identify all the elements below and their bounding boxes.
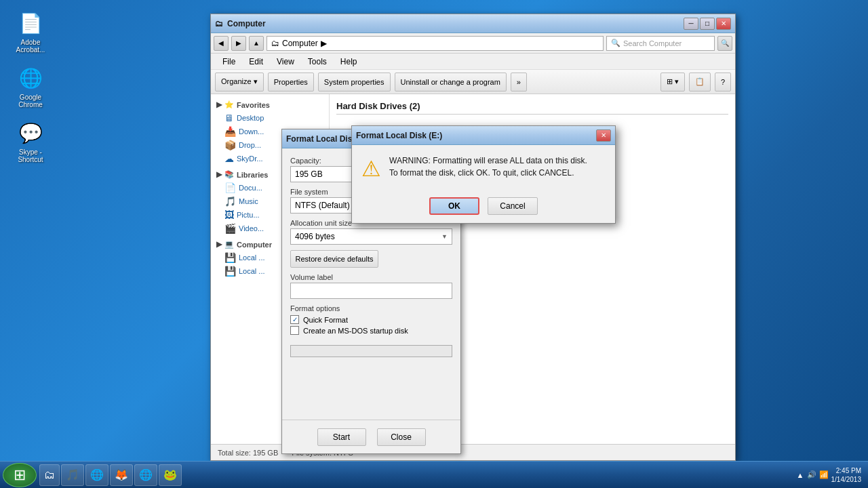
desktop-icon-skype[interactable]: 💬 Skype - Shortcut — [7, 117, 54, 166]
taskbar-item-ie[interactable]: 🌐 — [85, 464, 108, 486]
taskbar-tray: ▲ 🔊 📶 2:45 PM1/14/2013 — [793, 466, 865, 484]
desktop-icon-sm: 🖥 — [224, 113, 234, 123]
warning-icon: ⚠ — [361, 156, 381, 182]
explorer-titlebar: 🗂 Computer ─ □ ✕ — [211, 14, 735, 33]
organize-button[interactable]: Organize ▾ — [215, 73, 264, 92]
taskbar-items: 🗂 🎵 🌐 🦊 🌐 🐸 — [39, 464, 793, 486]
quick-format-label: Quick Format — [303, 316, 348, 324]
taskbar-clock[interactable]: 2:45 PM1/14/2013 — [831, 466, 862, 484]
media-taskbar-icon: 🎵 — [66, 468, 79, 481]
folder-icon: 🗂 — [215, 19, 223, 28]
format-options-label: Format options — [290, 304, 452, 312]
format-options-section: Format options ✓ Quick Format Create an … — [290, 304, 452, 337]
properties-button[interactable]: Properties — [268, 73, 314, 92]
format-dialog-footer: Start Close — [282, 420, 460, 453]
volume-section: Volume label — [290, 273, 452, 299]
uninstall-button[interactable]: Uninstall or change a program — [395, 73, 507, 92]
tray-arrow[interactable]: ▲ — [797, 471, 804, 479]
start-button[interactable]: ⊞ — [3, 463, 37, 487]
forward-button[interactable]: ▶ — [231, 36, 246, 51]
videos-icon: 🎬 — [224, 223, 236, 234]
explorer-menubar: File Edit View Tools Help — [211, 54, 735, 70]
warning-controls: ✕ — [596, 129, 611, 142]
hard-disk-section-header: Hard Disk Drives (2) — [336, 101, 728, 115]
preview-button[interactable]: 📋 — [689, 73, 711, 92]
ie-taskbar-icon: 🌐 — [90, 468, 104, 481]
desktop-icon-adobe[interactable]: 📄 Adobe Acrobat... — [7, 7, 54, 56]
search-field[interactable]: 🔍 Search Computer — [606, 36, 715, 51]
view-options-button[interactable]: ⊞ ▾ — [660, 73, 685, 92]
frogger-taskbar-icon: 🐸 — [163, 468, 177, 481]
address-field[interactable]: 🗂 Computer ▶ — [267, 36, 604, 51]
window-controls: ─ □ ✕ — [684, 18, 731, 30]
menu-edit[interactable]: Edit — [243, 55, 269, 68]
warning-close-button[interactable]: ✕ — [596, 129, 611, 142]
desktop-icons: 📄 Adobe Acrobat... 🌐 GoogleChrome 💬 Skyp… — [7, 7, 54, 166]
adobe-label: Adobe Acrobat... — [9, 39, 52, 54]
warning-cancel-button[interactable]: Cancel — [488, 197, 538, 215]
more-button[interactable]: » — [511, 73, 527, 92]
maximize-button[interactable]: □ — [700, 18, 715, 30]
menu-file[interactable]: File — [216, 55, 241, 68]
system-properties-button[interactable]: System properties — [318, 73, 391, 92]
warning-content: ⚠ WARNING: Formatting will erase ALL dat… — [352, 145, 615, 195]
up-button[interactable]: ▲ — [249, 36, 264, 51]
search-icon: 🔍 — [611, 39, 620, 47]
taskbar-item-firefox[interactable]: 🦊 — [110, 464, 133, 486]
dropbox-icon: 📦 — [224, 140, 236, 150]
favorites-header[interactable]: ▶ ⭐ Favorites — [211, 98, 329, 111]
drive-e-icon: 💾 — [224, 266, 236, 277]
skype-icon: 💬 — [17, 119, 44, 146]
pictures-icon: 🖼 — [224, 209, 234, 220]
startup-disk-checkbox[interactable] — [290, 326, 299, 335]
explorer-window-title: 🗂 Computer — [215, 19, 684, 28]
folder-icon-sm: 🗂 — [271, 39, 279, 48]
warning-ok-button[interactable]: OK — [429, 197, 479, 215]
allocation-select[interactable]: 4096 bytes ▼ — [290, 228, 452, 245]
sidebar-item-desktop[interactable]: 🖥 Desktop — [211, 111, 329, 125]
explorer-toolbar: Organize ▾ Properties System properties … — [211, 70, 735, 94]
volume-input[interactable] — [290, 283, 452, 299]
taskbar-item-explorer[interactable]: 🗂 — [39, 464, 60, 486]
skype-label: Skype - Shortcut — [9, 148, 52, 163]
back-button[interactable]: ◀ — [214, 36, 229, 51]
windows-logo: ⊞ — [14, 466, 26, 484]
quick-format-checkbox[interactable]: ✓ — [290, 315, 299, 324]
volume-label: Volume label — [290, 273, 452, 281]
minimize-button[interactable]: ─ — [684, 18, 698, 30]
desktop-icon-chrome[interactable]: 🌐 GoogleChrome — [7, 62, 54, 111]
chrome-icon: 🌐 — [17, 64, 44, 92]
startup-disk-row[interactable]: Create an MS-DOS startup disk — [290, 326, 452, 335]
music-icon: 🎵 — [224, 196, 236, 207]
explorer-addressbar: ◀ ▶ ▲ 🗂 Computer ▶ 🔍 Search Computer 🔍 — [211, 33, 735, 54]
close-button[interactable]: ✕ — [716, 18, 731, 30]
sound-icon[interactable]: 🔊 — [807, 470, 816, 479]
taskbar-item-media[interactable]: 🎵 — [61, 464, 84, 486]
menu-view[interactable]: View — [271, 55, 300, 68]
help-button[interactable]: ? — [715, 73, 731, 92]
warning-dialog: Format Local Disk (E:) ✕ ⚠ WARNING: Form… — [351, 125, 616, 224]
quick-format-row[interactable]: ✓ Quick Format — [290, 315, 452, 324]
search-button[interactable]: 🔍 — [717, 36, 732, 51]
warning-footer: OK Cancel — [352, 195, 615, 223]
taskbar: ⊞ 🗂 🎵 🌐 🦊 🌐 🐸 ▲ 🔊 📶 — [0, 461, 868, 488]
menu-help[interactable]: Help — [334, 55, 363, 68]
format-close-button[interactable]: Close — [377, 428, 426, 446]
chrome-taskbar-icon: 🌐 — [139, 468, 153, 481]
warning-titlebar: Format Local Disk (E:) ✕ — [352, 126, 615, 145]
restore-defaults-button[interactable]: Restore device defaults — [290, 250, 378, 268]
explorer-taskbar-icon: 🗂 — [44, 469, 55, 481]
network-icon[interactable]: 📶 — [819, 470, 829, 479]
menu-tools[interactable]: Tools — [302, 55, 333, 68]
desktop: 📄 Adobe Acrobat... 🌐 GoogleChrome 💬 Skyp… — [0, 0, 868, 488]
warning-text: WARNING: Formatting will erase ALL data … — [389, 155, 587, 179]
startup-disk-label: Create an MS-DOS startup disk — [303, 327, 408, 335]
restore-section: Restore device defaults — [290, 250, 452, 268]
downloads-icon: 📥 — [224, 126, 236, 137]
format-start-button[interactable]: Start — [317, 428, 366, 446]
adobe-icon: 📄 — [17, 9, 44, 37]
taskbar-item-chrome[interactable]: 🌐 — [134, 464, 157, 486]
chrome-label: GoogleChrome — [18, 94, 43, 108]
taskbar-item-frogger[interactable]: 🐸 — [159, 464, 182, 486]
drive-c-icon: 💾 — [224, 252, 236, 263]
